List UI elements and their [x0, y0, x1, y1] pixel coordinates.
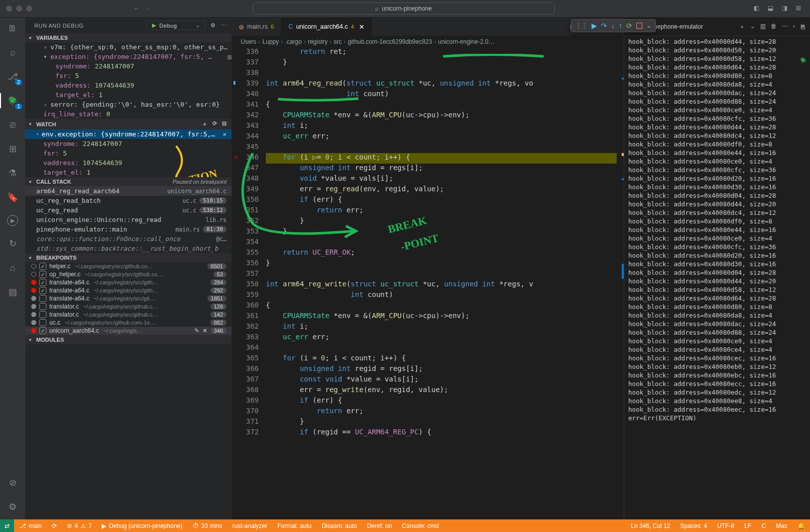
chevron-down-icon[interactable]: ⌄	[646, 22, 651, 29]
command-center[interactable]: ⌕ unicorn-pinephone	[253, 3, 555, 15]
breakpoint-checkbox[interactable]	[39, 319, 46, 326]
layout-right-icon[interactable]: ◨	[782, 5, 790, 13]
code-line[interactable]: const void *value = vals[i];	[266, 375, 617, 386]
var-row[interactable]: syndrome: 2248147007	[25, 61, 232, 71]
watch-child[interactable]: target_el: 1	[25, 168, 232, 177]
bookmark-gutter-icon[interactable]: ▮	[233, 79, 236, 86]
run-icon[interactable]: ▶	[7, 215, 18, 226]
code-line[interactable]: int i;	[266, 322, 617, 333]
clear-icon[interactable]: ⊟	[222, 120, 227, 128]
code-line[interactable]: int count)	[266, 90, 617, 100]
explorer-icon[interactable]: 🗎	[6, 22, 19, 35]
debug-status[interactable]: ▶ Debug (unicorn-pinephone)	[97, 522, 187, 529]
code-line[interactable]: int arm64_reg_write(struct uc_struct *uc…	[266, 280, 617, 290]
add-icon[interactable]: ＋	[202, 120, 207, 128]
code-line[interactable]: unsigned int regid = regs[i];	[266, 164, 617, 174]
eol[interactable]: LF	[740, 522, 757, 529]
layout-left-icon[interactable]: ◧	[754, 5, 762, 13]
indentation[interactable]: Spaces: 4	[675, 522, 712, 529]
nav-forward-icon[interactable]: →	[145, 5, 151, 12]
code-line[interactable]: CPUARMState *env = &(ARM_CPU(uc->cpu)->e…	[266, 312, 617, 322]
code-line[interactable]: if (err) {	[266, 195, 617, 206]
encoding[interactable]: UTF-8	[712, 522, 740, 529]
disasm-status[interactable]: Disasm: auto	[317, 522, 362, 529]
code-line[interactable]: }	[266, 58, 617, 68]
code-line[interactable]: {	[266, 100, 617, 111]
watch-expression-selected[interactable]: env.exception: {syndrome:2248147007, fsr…	[25, 129, 232, 139]
test-icon[interactable]: ⚗	[6, 167, 19, 180]
close-icon[interactable]: ✕	[202, 327, 207, 334]
close-icon[interactable]: ✕	[223, 130, 227, 138]
chevron-icon[interactable]: ‹	[793, 23, 795, 31]
stop-button[interactable]	[636, 23, 642, 29]
var-row[interactable]: ▾exception: {syndrome:2248147007, fsr:5,…	[25, 52, 232, 61]
breakpoint-checkbox[interactable]	[39, 295, 46, 302]
scm-icon[interactable]: ⎇2	[6, 70, 19, 83]
code-line[interactable]: }	[266, 259, 617, 269]
code-line[interactable]: uc_err err;	[266, 333, 617, 343]
account-icon[interactable]: ⊘	[6, 476, 19, 489]
console-status[interactable]: Console: cmd	[397, 522, 444, 529]
breakpoint-row[interactable]: helper.c ~/.cargo/registry/src/github.co…	[25, 262, 232, 270]
breakpoint-row[interactable]: translator.c ~/.cargo/registry/src/githu…	[25, 302, 232, 311]
code-line[interactable]: void *value = vals[i];	[266, 174, 617, 185]
debug-toolbar[interactable]: ⋮⋮ ▶ ↷ ↓ ↑ ⟳ ⌄	[571, 19, 656, 32]
breakpoint-row[interactable]: uc.c ~/.cargo/registry/src/github.com-1e…	[25, 319, 232, 327]
callstack-frame[interactable]: uc_reg_read_batchuc.c510:15	[25, 196, 232, 205]
code-line[interactable]	[266, 142, 617, 153]
format-status[interactable]: Format: auto	[272, 522, 317, 529]
code-line[interactable]: if (regid == UC_ARM64_REG_PC) {	[266, 428, 617, 438]
code-line[interactable]: }	[266, 227, 617, 238]
var-row[interactable]: target_el: 1	[25, 90, 232, 100]
edit-icon[interactable]: ✎	[194, 327, 199, 334]
code-line[interactable]: int i;	[266, 121, 617, 132]
breakpoint-checkbox[interactable]	[39, 327, 46, 334]
chevron-down-icon[interactable]: ⌄	[750, 23, 755, 31]
watch-child[interactable]: syndrome: 2248147007	[25, 139, 232, 148]
deref-status[interactable]: Deref: on	[362, 522, 397, 529]
gear-icon[interactable]: ⚙	[210, 22, 216, 29]
code-line[interactable]: unsigned int regid = regs[i];	[266, 364, 617, 375]
language-mode[interactable]: C	[757, 522, 771, 529]
code-line[interactable]: err = reg_write(env, regid, value);	[266, 386, 617, 396]
code-line[interactable]: {	[266, 301, 617, 312]
breakpoint-checkbox[interactable]	[39, 311, 46, 318]
remote-indicator[interactable]: ⇄	[0, 522, 14, 529]
extensions-icon[interactable]: ⊞	[6, 142, 19, 156]
bookmark-icon[interactable]: 🔖	[6, 191, 19, 204]
close-window[interactable]	[6, 6, 12, 12]
lsp-status[interactable]: rust-analyzer	[228, 522, 272, 529]
callstack-frame[interactable]: pinephone-emulator::mainmain.rs81:30	[25, 224, 232, 234]
breakpoint-row[interactable]: translate-a64.c ~/.cargo/registry/src/gi…	[25, 278, 232, 286]
panel-modules[interactable]: MODULES	[25, 335, 232, 344]
code-line[interactable]: int count)	[266, 290, 617, 301]
code-line[interactable]: return UC_ERR_OK;	[266, 248, 617, 259]
notifications-icon[interactable]: 🔔	[792, 522, 810, 529]
project-icon[interactable]: ▤	[6, 285, 19, 298]
callstack-frame[interactable]: core::ops::function::FnOnce::call_once@c…	[25, 234, 232, 244]
code-line[interactable]: }	[266, 216, 617, 227]
code-line[interactable]	[266, 343, 617, 354]
var-row[interactable]: vaddress: 1074544639	[25, 81, 232, 90]
var-row[interactable]: ›serror: {pending:'\0', has_esr:'\0', es…	[25, 100, 232, 109]
nav-back-icon[interactable]: ←	[134, 5, 140, 12]
breakpoint-row[interactable]: translate-a64.c ~/.cargo/registry/src/gi…	[25, 286, 232, 294]
trash-icon[interactable]: 🗑	[771, 23, 777, 31]
breakpoint-checkbox[interactable]	[39, 287, 46, 294]
breakpoint-checkbox[interactable]	[39, 303, 46, 310]
code-line[interactable]: for (i ▷= 0; i < count; i++) {	[266, 153, 617, 164]
step-out-button[interactable]: ↑	[619, 22, 622, 30]
close-tab-icon[interactable]: ✕	[359, 23, 364, 31]
breakpoint-checkbox[interactable]	[39, 263, 46, 270]
cursor-position[interactable]: Ln 346, Col 12	[626, 522, 675, 529]
code-line[interactable]	[266, 68, 617, 79]
var-row[interactable]: ›v7m: {other_sp:0, other_ss_msp:0, other…	[25, 42, 232, 52]
timer[interactable]: ⏱ 33 mins	[188, 522, 228, 529]
continue-button[interactable]: ▶	[592, 22, 597, 30]
step-into-button[interactable]: ↓	[611, 22, 615, 30]
remote-icon[interactable]: ⎚	[6, 118, 19, 131]
grip-icon[interactable]: ⋮⋮	[575, 22, 587, 29]
problems[interactable]: ⊘ 4 ⚠ 7	[62, 522, 97, 529]
watch-child[interactable]: fsr: 5	[25, 148, 232, 158]
restart-button[interactable]: ⟳	[626, 22, 632, 30]
